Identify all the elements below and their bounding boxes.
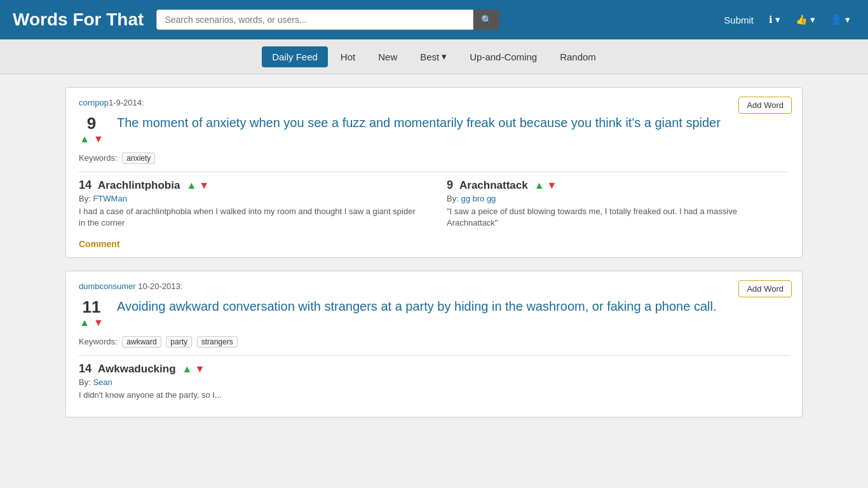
keywords-label: Keywords: — [79, 337, 118, 346]
vote-count: 9 — [87, 114, 96, 133]
word-upvote-icon[interactable]: ▲ — [186, 180, 196, 191]
word-desc: "I saw a peice of dust blowing towards m… — [447, 206, 789, 229]
vote-section: 11 ▲ ▼ — [79, 297, 104, 329]
vote-arrows: ▲ ▼ — [79, 133, 104, 145]
word-upvote-icon[interactable]: ▲ — [182, 363, 193, 375]
word-upvote-icon[interactable]: ▲ — [534, 180, 545, 191]
vote-arrows: ▲ ▼ — [79, 317, 104, 329]
word-entries: 14 Awkwaducking ▲ ▼ By: Sean I didn't kn… — [79, 362, 789, 401]
search-input[interactable] — [156, 10, 473, 30]
word-name: Arachnattack — [459, 179, 528, 192]
search-button[interactable]: 🔍 — [473, 10, 499, 30]
word-vote-arrows: ▲ ▼ — [186, 180, 209, 191]
tab-up-and-coming[interactable]: Up-and-Coming — [459, 46, 547, 67]
post-card: cornpop1-9-2014: Add Word 9 ▲ ▼ The mome… — [65, 87, 803, 258]
info-caret: ▾ — [775, 14, 780, 25]
word-desc: I had a case of arachlintphobia when I w… — [79, 206, 421, 229]
word-entries: 14 Arachlintphobia ▲ ▼ By: FTWMan I had … — [79, 179, 789, 229]
word-header: 14 Arachlintphobia ▲ ▼ — [79, 179, 421, 192]
post-description: Avoiding awkward conversation with stran… — [117, 297, 789, 315]
word-score: 9 — [447, 179, 453, 192]
keyword-tag[interactable]: awkward — [122, 336, 161, 348]
site-logo[interactable]: Words For That — [13, 10, 144, 30]
navbar: Words For That 🔍 Submit ℹ ▾ 👍 ▾ 👤 ▾ — [0, 0, 868, 39]
post-description: The moment of anxiety when you see a fuz… — [117, 114, 789, 132]
post-main: 11 ▲ ▼ Avoiding awkward conversation wit… — [79, 297, 789, 329]
keywords-section: Keywords: anxiety — [79, 152, 789, 164]
word-author-link[interactable]: FTWMan — [93, 194, 126, 203]
thumbs-caret: ▾ — [810, 14, 815, 25]
post-divider — [79, 172, 789, 172]
downvote-icon[interactable]: ▼ — [93, 317, 104, 329]
upvote-icon[interactable]: ▲ — [79, 133, 90, 145]
post-date: 10-20-2013: — [136, 281, 183, 291]
word-entry: 14 Awkwaducking ▲ ▼ By: Sean I didn't kn… — [79, 362, 789, 401]
add-word-button[interactable]: Add Word — [738, 97, 792, 114]
post-divider — [79, 355, 789, 356]
word-downvote-icon[interactable]: ▼ — [199, 180, 209, 191]
word-entry: 14 Arachlintphobia ▲ ▼ By: FTWMan I had … — [79, 179, 421, 229]
thumbs-link[interactable]: 👍 ▾ — [790, 11, 820, 28]
tab-hot[interactable]: Hot — [330, 46, 365, 67]
keyword-tag[interactable]: anxiety — [122, 152, 155, 164]
search-form: 🔍 — [156, 10, 499, 30]
word-author-link[interactable]: Sean — [93, 377, 112, 387]
user-caret: ▾ — [845, 14, 850, 25]
keywords-label: Keywords: — [79, 153, 118, 163]
post-card: dumbconsumer 10-20-2013: Add Word 11 ▲ ▼… — [65, 271, 803, 417]
keywords-section: Keywords: awkward party strangers — [79, 336, 789, 348]
word-vote-arrows: ▲ ▼ — [534, 180, 557, 191]
word-downvote-icon[interactable]: ▼ — [547, 180, 557, 191]
keyword-tag[interactable]: strangers — [197, 336, 238, 348]
keyword-tag[interactable]: party — [166, 336, 192, 348]
vote-count: 11 — [83, 297, 101, 317]
word-header: 9 Arachnattack ▲ ▼ — [447, 179, 789, 192]
navbar-right: Submit ℹ ▾ 👍 ▾ 👤 ▾ — [719, 11, 855, 28]
word-author-link[interactable]: gg bro gg — [461, 194, 496, 203]
main-container: cornpop1-9-2014: Add Word 9 ▲ ▼ The mome… — [59, 87, 809, 417]
post-meta: cornpop1-9-2014: — [79, 98, 789, 107]
word-downvote-icon[interactable]: ▼ — [194, 363, 205, 375]
tab-random[interactable]: Random — [550, 46, 606, 67]
word-header: 14 Awkwaducking ▲ ▼ — [79, 362, 789, 376]
word-desc: I didn't know anyone at the party, so I.… — [79, 390, 789, 401]
word-entry: 9 Arachnattack ▲ ▼ By: gg bro gg "I saw … — [447, 179, 789, 229]
post-main: 9 ▲ ▼ The moment of anxiety when you see… — [79, 114, 789, 145]
word-by: By: Sean — [79, 377, 789, 387]
word-by: By: FTWMan — [79, 194, 421, 203]
post-author[interactable]: dumbconsumer — [79, 281, 136, 291]
tab-daily-feed[interactable]: Daily Feed — [262, 46, 328, 67]
upvote-icon[interactable]: ▲ — [79, 317, 90, 329]
post-meta: dumbconsumer 10-20-2013: — [79, 281, 789, 291]
downvote-icon[interactable]: ▼ — [93, 133, 104, 145]
post-date: 1-9-2014: — [109, 98, 144, 107]
post-author[interactable]: cornpop — [79, 98, 109, 107]
tab-new[interactable]: New — [368, 46, 407, 67]
vote-section: 9 ▲ ▼ — [79, 114, 104, 145]
user-link[interactable]: 👤 ▾ — [825, 11, 855, 28]
word-score: 14 — [79, 179, 92, 192]
tab-best[interactable]: Best ▾ — [410, 46, 457, 67]
add-word-button[interactable]: Add Word — [738, 280, 792, 297]
word-name: Arachlintphobia — [98, 179, 180, 192]
subnav: Daily Feed Hot New Best ▾ Up-and-Coming … — [0, 39, 868, 74]
word-by: By: gg bro gg — [447, 194, 789, 203]
submit-link[interactable]: Submit — [719, 12, 759, 28]
word-vote-arrows: ▲ ▼ — [182, 363, 205, 375]
info-link[interactable]: ℹ ▾ — [764, 11, 785, 28]
word-score: 14 — [79, 362, 92, 376]
comment-link[interactable]: Comment — [79, 239, 120, 249]
word-name: Awkwaducking — [98, 363, 176, 376]
